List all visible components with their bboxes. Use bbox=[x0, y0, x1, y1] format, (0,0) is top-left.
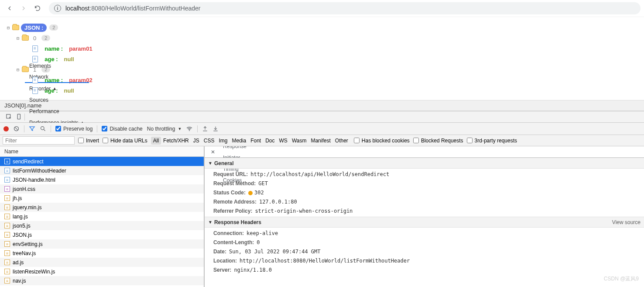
header-row: Connection:keep-alive bbox=[213, 230, 635, 236]
svg-point-3 bbox=[41, 127, 45, 130]
network-request-row[interactable]: ≡JSON.js bbox=[0, 230, 204, 239]
file-icon: ≡ bbox=[4, 250, 10, 256]
page-icon bbox=[32, 45, 38, 52]
status-bar: JSON[0].name bbox=[0, 100, 644, 111]
tree-leaf[interactable]: name :param01 bbox=[6, 43, 638, 54]
header-row: Date:Sun, 03 Jul 2022 09:47:44 GMT bbox=[213, 249, 635, 255]
file-icon: ≡ bbox=[4, 204, 10, 210]
file-icon: ≡ bbox=[4, 232, 10, 238]
type-pill[interactable]: All bbox=[151, 137, 161, 145]
file-icon: ≡ bbox=[4, 168, 10, 173]
url-text: localhost:8080/HelloWorld/listFormWithou… bbox=[65, 5, 200, 12]
preserve-log-checkbox[interactable]: Preserve log bbox=[55, 126, 92, 132]
tree-leaf[interactable]: name :param02 bbox=[6, 75, 638, 85]
type-pill[interactable]: Font bbox=[248, 137, 263, 145]
filter-icon[interactable] bbox=[29, 125, 35, 132]
file-icon: ≡ bbox=[4, 195, 10, 201]
search-icon[interactable] bbox=[40, 125, 46, 132]
view-source-link[interactable]: View source bbox=[612, 219, 641, 225]
devtools: ElementsNetworkRecorder ▲SourcesPerforma… bbox=[0, 111, 644, 287]
disable-cache-checkbox[interactable]: Disable cache bbox=[102, 126, 142, 132]
type-pill[interactable]: Other bbox=[333, 137, 350, 145]
filter-bar: Invert Hide data URLs AllFetch/XHRJSCSSI… bbox=[0, 135, 644, 146]
reload-button[interactable] bbox=[31, 2, 44, 14]
watermark: CSDN @蓝风9 bbox=[604, 275, 639, 283]
device-icon[interactable] bbox=[14, 114, 24, 120]
tree-item[interactable]: ⊟12 bbox=[6, 64, 638, 75]
tab-sources[interactable]: Sources bbox=[25, 94, 89, 106]
network-request-row[interactable]: ≡nav.js bbox=[0, 276, 204, 285]
network-request-row[interactable]: ≡jquery.min.js bbox=[0, 203, 204, 212]
browser-toolbar: i localhost:8080/HelloWorld/listFormWith… bbox=[0, 0, 644, 17]
file-icon: ≡ bbox=[4, 186, 10, 192]
forward-button[interactable] bbox=[17, 2, 30, 14]
header-row: Request URL:http://localhost/api/HelloWo… bbox=[213, 171, 635, 177]
third-party-checkbox[interactable]: 3rd-party requests bbox=[467, 138, 517, 144]
type-pill[interactable]: Doc bbox=[263, 137, 277, 145]
general-header[interactable]: ▼General bbox=[205, 158, 644, 169]
upload-icon[interactable] bbox=[202, 126, 208, 132]
filter-input[interactable] bbox=[3, 136, 75, 145]
hide-urls-checkbox[interactable]: Hide data URLs bbox=[103, 138, 147, 144]
invert-checkbox[interactable]: Invert bbox=[78, 138, 99, 144]
type-pill[interactable]: Img bbox=[216, 137, 230, 145]
network-request-row[interactable]: ≡ad.js bbox=[0, 258, 204, 267]
json-badge: JSON : bbox=[21, 24, 47, 32]
network-request-list: Name ≡sendRedirect≡listFormWithoutHeader… bbox=[0, 146, 205, 287]
network-request-row[interactable]: ≡sendRedirect bbox=[0, 157, 204, 166]
blocked-requests-checkbox[interactable]: Blocked Requests bbox=[413, 138, 463, 144]
close-icon[interactable]: ✕ bbox=[207, 149, 219, 155]
page-icon bbox=[32, 87, 38, 94]
record-button[interactable] bbox=[3, 126, 9, 131]
network-request-row[interactable]: ≡treeNav.js bbox=[0, 249, 204, 258]
type-pill[interactable]: Manifest bbox=[308, 137, 332, 145]
wifi-icon[interactable] bbox=[186, 125, 193, 132]
network-request-row[interactable]: ≡json5.js bbox=[0, 221, 204, 230]
file-icon: ≡ bbox=[4, 159, 10, 164]
throttling-select[interactable]: No throttling ▼ bbox=[147, 126, 182, 132]
network-request-row[interactable]: ≡lang.js bbox=[0, 212, 204, 221]
type-pill[interactable]: Fetch/XHR bbox=[161, 137, 191, 145]
address-bar[interactable]: i localhost:8080/HelloWorld/listFormWith… bbox=[49, 2, 641, 14]
svg-rect-1 bbox=[17, 114, 20, 119]
back-button[interactable] bbox=[3, 2, 16, 14]
network-request-row[interactable]: ≡jsonH.css bbox=[0, 184, 204, 194]
type-pill[interactable]: Wasm bbox=[290, 137, 309, 145]
header-row: Request Method:GET bbox=[213, 180, 635, 187]
count-badge: 2 bbox=[49, 24, 58, 31]
inspect-icon[interactable] bbox=[3, 114, 14, 120]
detail-tabbar: ✕ HeadersPreviewResponseInitiatorTimingC… bbox=[205, 146, 644, 158]
tree-root[interactable]: ⊟ JSON : 2 bbox=[6, 22, 638, 33]
header-row: Status Code:302 bbox=[213, 190, 635, 196]
detail-tab-response[interactable]: Response bbox=[219, 146, 251, 152]
tab-performance[interactable]: Performance bbox=[25, 106, 89, 117]
network-request-row[interactable]: ≡JSON-handle.html bbox=[0, 175, 204, 184]
column-header[interactable]: Name bbox=[0, 146, 204, 157]
folder-icon bbox=[12, 25, 19, 30]
info-icon: i bbox=[54, 5, 61, 12]
network-toolbar: Preserve log Disable cache No throttling… bbox=[0, 123, 644, 135]
network-request-row[interactable]: ≡jh.js bbox=[0, 194, 204, 203]
network-request-row[interactable]: ≡listenResizeWin.js bbox=[0, 267, 204, 276]
type-pill[interactable]: WS bbox=[277, 137, 290, 145]
blocked-cookies-checkbox[interactable]: Has blocked cookies bbox=[354, 138, 410, 144]
type-pill[interactable]: CSS bbox=[202, 137, 217, 145]
file-icon: ≡ bbox=[4, 269, 10, 274]
download-icon[interactable] bbox=[212, 126, 219, 132]
svg-point-4 bbox=[189, 130, 190, 131]
page-content: ⊟ JSON : 2 ⊟02 name :param01 age :null⊟1… bbox=[0, 17, 644, 100]
collapse-icon[interactable]: ⊟ bbox=[6, 25, 10, 30]
header-row: Server:nginx/1.18.0 bbox=[213, 267, 635, 273]
clear-icon[interactable] bbox=[13, 125, 20, 132]
page-icon bbox=[32, 56, 38, 62]
type-pill[interactable]: Media bbox=[230, 137, 248, 145]
network-request-row[interactable]: ≡envSetting.js bbox=[0, 239, 204, 249]
request-detail-panel: ✕ HeadersPreviewResponseInitiatorTimingC… bbox=[205, 146, 644, 287]
tree-item[interactable]: ⊟02 bbox=[6, 33, 638, 43]
folder-icon bbox=[22, 35, 29, 41]
network-request-row[interactable]: ≡listFormWithoutHeader bbox=[0, 166, 204, 175]
response-headers-header[interactable]: ▼Response HeadersView source bbox=[205, 217, 644, 228]
tree-leaf[interactable]: age :null bbox=[6, 54, 638, 64]
tree-leaf[interactable]: age :null bbox=[6, 85, 638, 96]
type-pill[interactable]: JS bbox=[191, 137, 202, 145]
